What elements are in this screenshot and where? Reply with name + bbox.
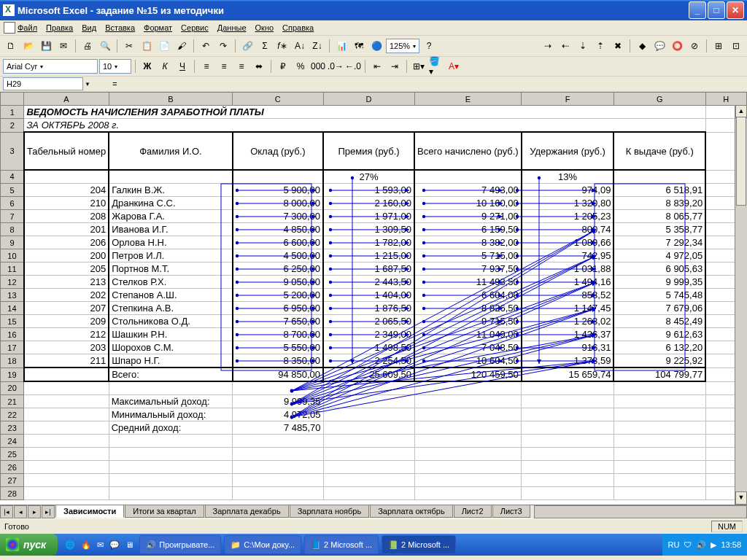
cell[interactable]: 5 715,00	[414, 249, 522, 262]
cell[interactable]: Стольникова О.Д.	[109, 315, 233, 328]
align-left-button[interactable]: ≡	[198, 58, 214, 74]
row-header[interactable]: 27	[1, 474, 24, 487]
quick-launch-icon[interactable]: 💬	[109, 540, 120, 550]
drawing-button[interactable]: 🔵	[368, 38, 384, 54]
save-button[interactable]: 💾	[38, 38, 54, 54]
cell[interactable]: Шпаро Н.Г.	[109, 354, 233, 368]
quick-launch-icon[interactable]: 🔥	[81, 540, 91, 550]
menu-insert[interactable]: Вставка	[105, 23, 135, 32]
cell[interactable]: 15 659,74	[522, 368, 614, 381]
cell[interactable]: 4 850,00	[233, 223, 323, 236]
trace-dependents-button[interactable]: ⇣	[575, 38, 591, 54]
new-button[interactable]: 🗋	[3, 38, 19, 54]
cell[interactable]: Шашкин Р.Н.	[109, 328, 233, 341]
cell[interactable]: 201	[24, 223, 109, 236]
row-header[interactable]: 19	[1, 368, 24, 381]
menu-help[interactable]: Справка	[282, 23, 314, 32]
row-header[interactable]: 24	[1, 435, 24, 448]
cell[interactable]: 2 065,50	[323, 315, 414, 328]
trace-error-button[interactable]: ◆	[634, 38, 650, 54]
row-header[interactable]: 18	[1, 354, 24, 368]
cell[interactable]: 8 065,77	[614, 210, 705, 223]
cell[interactable]: Минимальный доход:	[109, 408, 233, 421]
sheet-tab[interactable]: Итоги за квартал	[125, 505, 204, 518]
clear-circles-button[interactable]: ⊘	[686, 38, 703, 54]
menu-file[interactable]: Файл	[18, 23, 37, 32]
row-header[interactable]: 13	[1, 289, 24, 302]
cell[interactable]: 7 493,00	[414, 184, 522, 197]
currency-button[interactable]: ₽	[275, 58, 291, 74]
chart-button[interactable]: 📊	[333, 38, 349, 54]
taskbar-item[interactable]: 📘2 Microsoft ...	[304, 535, 379, 554]
cell[interactable]: Портнов М.Т.	[109, 262, 233, 276]
tab-nav-first[interactable]: |◂	[0, 505, 13, 518]
horizontal-scrollbar[interactable]	[534, 505, 747, 518]
cell[interactable]: 1 320,80	[522, 197, 614, 210]
sheet-tab[interactable]: Зарплата декабрь	[205, 505, 289, 518]
comma-button[interactable]: 000	[310, 58, 326, 74]
cell[interactable]: 8 839,20	[614, 197, 705, 210]
cell[interactable]: 1 687,50	[323, 262, 414, 276]
cell[interactable]: Стелков Р.Х.	[109, 276, 233, 289]
cell[interactable]: 211	[24, 354, 109, 368]
circle-invalid-button[interactable]: ⭕	[669, 38, 685, 54]
cell[interactable]: 1 494,16	[522, 276, 614, 289]
cell[interactable]: 6 950,00	[233, 302, 323, 315]
cell[interactable]: 1 263,02	[522, 315, 614, 328]
cell[interactable]: 7 300,00	[233, 210, 323, 223]
tab-nav-last[interactable]: ▸|	[42, 505, 55, 518]
cell[interactable]: 207	[24, 302, 109, 315]
cell[interactable]: 1 782,00	[323, 236, 414, 249]
paste-button[interactable]: 📄	[156, 38, 172, 54]
row-header[interactable]: 2	[1, 119, 24, 133]
row-header[interactable]: 7	[1, 210, 24, 223]
trace-precedents-button[interactable]: ⇢	[540, 38, 556, 54]
cell[interactable]: 9 050,00	[233, 276, 323, 289]
undo-button[interactable]: ↶	[198, 38, 214, 54]
cell[interactable]: 7 485,70	[233, 421, 323, 435]
menu-tools[interactable]: Сервис	[181, 23, 209, 32]
row-header[interactable]: 5	[1, 184, 24, 197]
cell[interactable]: К выдаче (руб.)	[614, 132, 705, 170]
cell[interactable]: 10 604,50	[414, 354, 522, 368]
align-right-button[interactable]: ≡	[233, 58, 249, 74]
row-header[interactable]: 15	[1, 315, 24, 328]
tab-nav-prev[interactable]: ◂	[14, 505, 27, 518]
remove-dependents-button[interactable]: ⇡	[592, 38, 608, 54]
clock[interactable]: 13:58	[721, 540, 741, 549]
cell[interactable]: 800,74	[522, 223, 614, 236]
cell[interactable]: 1 378,59	[522, 354, 614, 368]
new-comment-button[interactable]: 💬	[651, 38, 667, 54]
fill-color-button[interactable]: 🪣▾	[428, 58, 444, 74]
cell[interactable]: 5 358,77	[614, 223, 705, 236]
cell[interactable]: 13%	[522, 170, 614, 184]
tray-icon[interactable]: ▶	[711, 540, 716, 550]
font-color-button[interactable]: A▾	[446, 58, 462, 74]
quick-launch-icon[interactable]: 🌐	[65, 540, 75, 550]
cell[interactable]: 5 550,00	[233, 341, 323, 354]
cell[interactable]: 6 250,00	[233, 262, 323, 276]
cell[interactable]: 94 850,00	[233, 368, 323, 381]
cell[interactable]: 2 349,00	[323, 328, 414, 341]
scroll-thumb[interactable]	[736, 117, 746, 206]
cut-button[interactable]: ✂	[121, 38, 137, 54]
col-header[interactable]: F	[522, 93, 614, 106]
cell[interactable]: 1 031,88	[522, 262, 614, 276]
start-button[interactable]: пуск	[0, 534, 58, 556]
spreadsheet-grid[interactable]: A B C D E F G H 1ВЕДОМОСТЬ НАЧИСЛЕНИЯ ЗА…	[0, 92, 747, 500]
cell[interactable]: 5 900,00	[233, 184, 323, 197]
row-header[interactable]: 1	[1, 106, 24, 119]
cell[interactable]: 1 404,00	[323, 289, 414, 302]
row-header[interactable]: 28	[1, 487, 24, 500]
remove-arrows-button[interactable]: ✖	[610, 38, 626, 54]
row-header[interactable]: 3	[1, 132, 24, 170]
row-header[interactable]: 9	[1, 236, 24, 249]
cell[interactable]: Удержания (руб.)	[522, 132, 614, 170]
row-header[interactable]: 21	[1, 395, 24, 408]
borders-button[interactable]: ⊞▾	[411, 58, 427, 74]
help-button[interactable]: ?	[421, 38, 437, 54]
cell[interactable]: 213	[24, 276, 109, 289]
cell[interactable]: Всего начислено (руб.)	[414, 132, 522, 170]
fx-button[interactable]: f∗	[274, 38, 290, 54]
eval-formula-button[interactable]: ⊡	[728, 38, 744, 54]
